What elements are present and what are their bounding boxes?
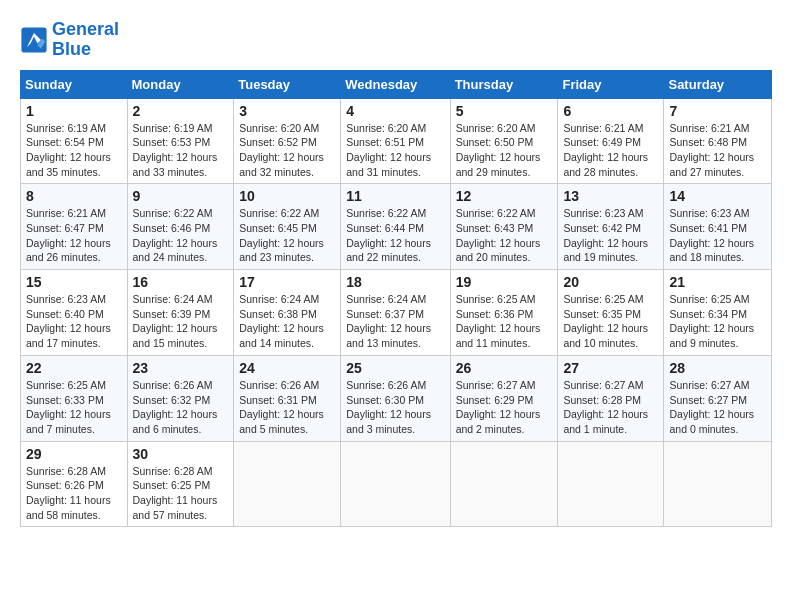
calendar-cell: 3 Sunrise: 6:20 AM Sunset: 6:52 PM Dayli… <box>234 98 341 184</box>
day-header-monday: Monday <box>127 70 234 98</box>
day-number: 17 <box>239 274 335 290</box>
calendar-cell: 20 Sunrise: 6:25 AM Sunset: 6:35 PM Dayl… <box>558 270 664 356</box>
sunrise-label: Sunrise: 6:19 AM <box>133 122 213 134</box>
daylight-label: Daylight: 12 hours and 18 minutes. <box>669 237 754 264</box>
calendar-cell: 23 Sunrise: 6:26 AM Sunset: 6:32 PM Dayl… <box>127 355 234 441</box>
calendar-cell: 4 Sunrise: 6:20 AM Sunset: 6:51 PM Dayli… <box>341 98 450 184</box>
sunset-label: Sunset: 6:29 PM <box>456 394 534 406</box>
calendar-cell: 13 Sunrise: 6:23 AM Sunset: 6:42 PM Dayl… <box>558 184 664 270</box>
day-info: Sunrise: 6:28 AM Sunset: 6:26 PM Dayligh… <box>26 464 122 523</box>
daylight-label: Daylight: 12 hours and 5 minutes. <box>239 408 324 435</box>
sunset-label: Sunset: 6:42 PM <box>563 222 641 234</box>
calendar-cell: 12 Sunrise: 6:22 AM Sunset: 6:43 PM Dayl… <box>450 184 558 270</box>
sunset-label: Sunset: 6:50 PM <box>456 136 534 148</box>
sunrise-label: Sunrise: 6:24 AM <box>346 293 426 305</box>
day-info: Sunrise: 6:27 AM Sunset: 6:28 PM Dayligh… <box>563 378 658 437</box>
day-number: 19 <box>456 274 553 290</box>
day-number: 3 <box>239 103 335 119</box>
day-number: 22 <box>26 360 122 376</box>
calendar-cell <box>558 441 664 527</box>
day-header-wednesday: Wednesday <box>341 70 450 98</box>
sunrise-label: Sunrise: 6:27 AM <box>563 379 643 391</box>
sunrise-label: Sunrise: 6:22 AM <box>239 207 319 219</box>
sunset-label: Sunset: 6:27 PM <box>669 394 747 406</box>
calendar-cell: 1 Sunrise: 6:19 AM Sunset: 6:54 PM Dayli… <box>21 98 128 184</box>
calendar-week-3: 15 Sunrise: 6:23 AM Sunset: 6:40 PM Dayl… <box>21 270 772 356</box>
day-info: Sunrise: 6:25 AM Sunset: 6:34 PM Dayligh… <box>669 292 766 351</box>
sunrise-label: Sunrise: 6:23 AM <box>563 207 643 219</box>
sunrise-label: Sunrise: 6:20 AM <box>456 122 536 134</box>
sunset-label: Sunset: 6:34 PM <box>669 308 747 320</box>
day-info: Sunrise: 6:26 AM Sunset: 6:30 PM Dayligh… <box>346 378 444 437</box>
daylight-label: Daylight: 12 hours and 9 minutes. <box>669 322 754 349</box>
day-number: 26 <box>456 360 553 376</box>
calendar-week-1: 1 Sunrise: 6:19 AM Sunset: 6:54 PM Dayli… <box>21 98 772 184</box>
day-info: Sunrise: 6:20 AM Sunset: 6:52 PM Dayligh… <box>239 121 335 180</box>
calendar-table: SundayMondayTuesdayWednesdayThursdayFrid… <box>20 70 772 528</box>
daylight-label: Daylight: 12 hours and 15 minutes. <box>133 322 218 349</box>
calendar-week-5: 29 Sunrise: 6:28 AM Sunset: 6:26 PM Dayl… <box>21 441 772 527</box>
logo: General Blue <box>20 20 119 60</box>
sunset-label: Sunset: 6:38 PM <box>239 308 317 320</box>
calendar-cell: 11 Sunrise: 6:22 AM Sunset: 6:44 PM Dayl… <box>341 184 450 270</box>
day-number: 29 <box>26 446 122 462</box>
day-number: 2 <box>133 103 229 119</box>
logo-icon <box>20 26 48 54</box>
calendar-cell: 14 Sunrise: 6:23 AM Sunset: 6:41 PM Dayl… <box>664 184 772 270</box>
day-header-tuesday: Tuesday <box>234 70 341 98</box>
sunrise-label: Sunrise: 6:22 AM <box>133 207 213 219</box>
sunrise-label: Sunrise: 6:22 AM <box>456 207 536 219</box>
daylight-label: Daylight: 12 hours and 10 minutes. <box>563 322 648 349</box>
day-info: Sunrise: 6:22 AM Sunset: 6:45 PM Dayligh… <box>239 206 335 265</box>
sunrise-label: Sunrise: 6:24 AM <box>133 293 213 305</box>
calendar-cell: 28 Sunrise: 6:27 AM Sunset: 6:27 PM Dayl… <box>664 355 772 441</box>
calendar-cell: 25 Sunrise: 6:26 AM Sunset: 6:30 PM Dayl… <box>341 355 450 441</box>
daylight-label: Daylight: 12 hours and 22 minutes. <box>346 237 431 264</box>
day-number: 23 <box>133 360 229 376</box>
calendar-week-4: 22 Sunrise: 6:25 AM Sunset: 6:33 PM Dayl… <box>21 355 772 441</box>
day-header-saturday: Saturday <box>664 70 772 98</box>
sunset-label: Sunset: 6:44 PM <box>346 222 424 234</box>
day-info: Sunrise: 6:22 AM Sunset: 6:44 PM Dayligh… <box>346 206 444 265</box>
day-number: 12 <box>456 188 553 204</box>
sunrise-label: Sunrise: 6:19 AM <box>26 122 106 134</box>
calendar-cell: 18 Sunrise: 6:24 AM Sunset: 6:37 PM Dayl… <box>341 270 450 356</box>
calendar-cell: 8 Sunrise: 6:21 AM Sunset: 6:47 PM Dayli… <box>21 184 128 270</box>
day-number: 6 <box>563 103 658 119</box>
daylight-label: Daylight: 12 hours and 0 minutes. <box>669 408 754 435</box>
calendar-cell: 19 Sunrise: 6:25 AM Sunset: 6:36 PM Dayl… <box>450 270 558 356</box>
sunrise-label: Sunrise: 6:26 AM <box>133 379 213 391</box>
sunrise-label: Sunrise: 6:21 AM <box>563 122 643 134</box>
day-info: Sunrise: 6:23 AM Sunset: 6:40 PM Dayligh… <box>26 292 122 351</box>
sunrise-label: Sunrise: 6:27 AM <box>669 379 749 391</box>
day-info: Sunrise: 6:19 AM Sunset: 6:54 PM Dayligh… <box>26 121 122 180</box>
day-number: 21 <box>669 274 766 290</box>
calendar-cell: 17 Sunrise: 6:24 AM Sunset: 6:38 PM Dayl… <box>234 270 341 356</box>
daylight-label: Daylight: 12 hours and 33 minutes. <box>133 151 218 178</box>
sunset-label: Sunset: 6:35 PM <box>563 308 641 320</box>
daylight-label: Daylight: 12 hours and 3 minutes. <box>346 408 431 435</box>
day-info: Sunrise: 6:25 AM Sunset: 6:36 PM Dayligh… <box>456 292 553 351</box>
sunrise-label: Sunrise: 6:22 AM <box>346 207 426 219</box>
sunset-label: Sunset: 6:46 PM <box>133 222 211 234</box>
day-number: 7 <box>669 103 766 119</box>
daylight-label: Daylight: 12 hours and 24 minutes. <box>133 237 218 264</box>
day-number: 13 <box>563 188 658 204</box>
daylight-label: Daylight: 12 hours and 6 minutes. <box>133 408 218 435</box>
sunrise-label: Sunrise: 6:23 AM <box>26 293 106 305</box>
calendar-cell: 7 Sunrise: 6:21 AM Sunset: 6:48 PM Dayli… <box>664 98 772 184</box>
daylight-label: Daylight: 12 hours and 23 minutes. <box>239 237 324 264</box>
day-header-sunday: Sunday <box>21 70 128 98</box>
calendar-cell: 26 Sunrise: 6:27 AM Sunset: 6:29 PM Dayl… <box>450 355 558 441</box>
daylight-label: Daylight: 12 hours and 20 minutes. <box>456 237 541 264</box>
daylight-label: Daylight: 12 hours and 28 minutes. <box>563 151 648 178</box>
day-info: Sunrise: 6:24 AM Sunset: 6:38 PM Dayligh… <box>239 292 335 351</box>
day-info: Sunrise: 6:22 AM Sunset: 6:46 PM Dayligh… <box>133 206 229 265</box>
calendar-cell: 6 Sunrise: 6:21 AM Sunset: 6:49 PM Dayli… <box>558 98 664 184</box>
sunset-label: Sunset: 6:54 PM <box>26 136 104 148</box>
sunset-label: Sunset: 6:26 PM <box>26 479 104 491</box>
sunset-label: Sunset: 6:53 PM <box>133 136 211 148</box>
sunset-label: Sunset: 6:45 PM <box>239 222 317 234</box>
day-info: Sunrise: 6:23 AM Sunset: 6:41 PM Dayligh… <box>669 206 766 265</box>
day-info: Sunrise: 6:27 AM Sunset: 6:27 PM Dayligh… <box>669 378 766 437</box>
